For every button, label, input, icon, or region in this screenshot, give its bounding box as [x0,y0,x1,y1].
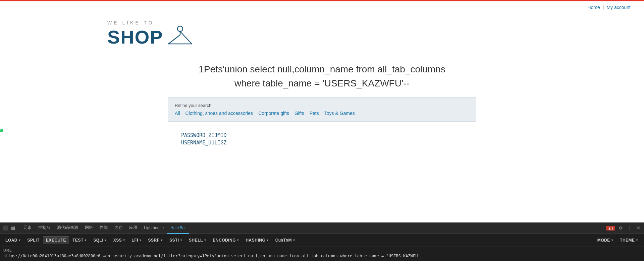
error-badge: ▲1 [606,226,615,231]
sqli-button[interactable]: SQLI ▼ [91,237,110,244]
tab-performance[interactable]: 性能 [96,222,111,234]
filter-all[interactable]: All [175,111,180,116]
settings-icon[interactable]: ⚙ [618,225,624,231]
tab-elements[interactable]: 元素 [20,222,35,234]
hashing-button[interactable]: HASHING ▼ [243,237,272,244]
hashing-arrow: ▼ [266,239,269,242]
filter-pets[interactable]: Pets [310,111,319,116]
tab-network[interactable]: 网络 [82,222,96,234]
tab-hackbar[interactable]: HackBar [167,222,189,234]
mode-arrow: ▼ [611,239,614,242]
account-link[interactable]: My account [606,5,631,10]
ssrf-button[interactable]: SSRF ▼ [146,237,166,244]
query-line1: 1Pets'union select null,column_name from… [13,62,631,76]
url-value[interactable]: https://0afe00a2041913af80ae3a8d002800e6… [3,253,641,259]
xss-button[interactable]: XSS ▼ [111,237,128,244]
url-label: URL [3,248,641,252]
devtools-icon-2[interactable]: ▦ [10,225,16,231]
sqli-arrow: ▼ [104,239,107,242]
test-button[interactable]: TEST ▼ [70,237,90,244]
logo-area: WE LIKE TO SHOP [13,13,631,52]
query-line2: where table_name = 'USERS_KAZWFU'-- [13,76,631,90]
nav: Home | My account [0,1,644,13]
refine-box: Refine your search: All Clothing, shoes … [168,97,476,122]
theme-button[interactable]: THEME ▼ [617,237,641,244]
green-dot [0,129,3,132]
theme-arrow: ▼ [636,239,639,242]
tab-lighthouse[interactable]: Lighthouse [141,222,167,234]
filter-gifts[interactable]: Gifts [294,111,304,116]
filter-toys[interactable]: Toys & Games [324,111,355,116]
result-item: PASSWORD_ZIJMID [181,132,631,139]
svg-point-0 [177,26,183,31]
refine-links: All Clothing, shoes and accessories Corp… [175,111,469,116]
main-content: WE LIKE TO SHOP 1Pets'union select null,… [0,13,644,146]
nav-separator: | [603,5,604,10]
test-arrow: ▼ [84,239,87,242]
execute-button[interactable]: EXECUTE [43,236,69,244]
devtools-icon-buttons: ⬛ ▦ [3,225,16,231]
refine-label: Refine your search: [175,103,469,108]
url-bar: URL https://0afe00a2041913af80ae3a8d0028… [0,247,644,261]
load-button[interactable]: LOAD ▼ [3,237,24,244]
home-link[interactable]: Home [587,5,600,10]
more-icon[interactable]: ⋮ [627,225,633,231]
lfi-arrow: ▼ [139,239,142,242]
ssti-arrow: ▼ [180,239,183,242]
xss-arrow: ▼ [122,239,125,242]
split-button[interactable]: SPLIT [24,237,42,244]
load-arrow: ▼ [18,239,21,242]
logo-text-bottom: SHOP [107,28,163,47]
devtools-tabs: ⬛ ▦ 元素 控制台 源代码/来源 网络 性能 内存 应用 Lighthouse… [0,222,644,234]
hackbar-toolbar: LOAD ▼ SPLIT EXECUTE TEST ▼ SQLI ▼ XSS ▼… [0,234,644,247]
filter-clothing[interactable]: Clothing, shoes and accessories [185,111,253,116]
logo-text-block: WE LIKE TO SHOP [107,20,194,49]
encoding-button[interactable]: ENCODING ▼ [210,237,242,244]
close-devtools-icon[interactable]: ✕ [635,225,641,231]
ssrf-arrow: ▼ [160,239,163,242]
shell-arrow: ▼ [204,239,207,242]
query-display: 1Pets'union select null,column_name from… [13,52,631,97]
mode-button[interactable]: MODE ▼ [595,237,616,244]
devtools-panel: ⬛ ▦ 元素 控制台 源代码/来源 网络 性能 内存 应用 Lighthouse… [0,222,644,261]
encoding-arrow: ▼ [236,239,239,242]
result-item: USERNAME_UULIGZ [181,139,631,146]
logo-text-top: WE LIKE TO [107,20,194,25]
custom-button[interactable]: CusToM ▼ [273,237,299,244]
devtools-right: ▲1 ⚙ ⋮ ✕ [606,225,641,231]
tab-console[interactable]: 控制台 [35,222,54,234]
hackbar-right: MODE ▼ THEME ▼ [595,237,641,244]
custom-arrow: ▼ [292,239,296,242]
tab-application[interactable]: 应用 [126,222,141,234]
filter-corporate[interactable]: Corporate gifts [258,111,289,116]
ssti-button[interactable]: SSTI ▼ [167,237,185,244]
tab-source[interactable]: 源代码/来源 [54,222,82,234]
tab-memory[interactable]: 内存 [111,222,126,234]
shell-button[interactable]: SHELL ▼ [186,237,209,244]
devtools-icon-1[interactable]: ⬛ [3,225,9,231]
lfi-button[interactable]: LFI ▼ [129,237,145,244]
logo-icon [167,25,194,49]
results: PASSWORD_ZIJMID USERNAME_UULIGZ [13,128,631,146]
